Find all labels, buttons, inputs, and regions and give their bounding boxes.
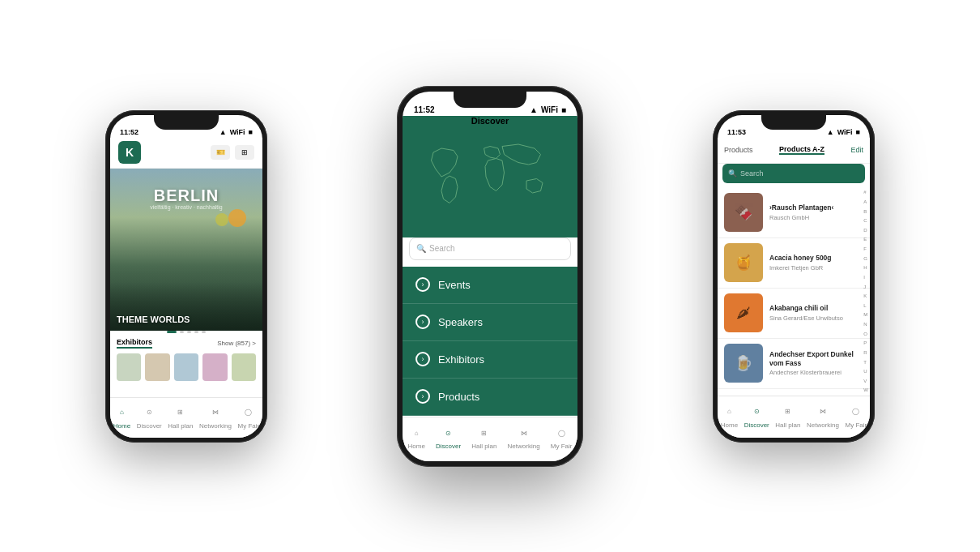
product-item-2[interactable]: 🍯 Acacia honey 500g Imkerei Tietjen GbR [718,238,870,289]
phone-middle: 11:52 ▲ WiFi ■ Discover [397,86,583,467]
product-item-3[interactable]: 🌶 Akabanga chili oil Sina Gerard/Ese Urw… [718,289,870,339]
product-item-4[interactable]: 🍺 Andechser Export Dunkel vom Fass Andec… [718,339,870,389]
hallplan-icon-left: ⊞ [173,404,189,421]
discover-icon-middle: ⊙ [441,425,457,441]
search-bar-middle[interactable]: 🔍 Search [409,237,571,260]
discover-hero [403,116,577,237]
chevron-events: › [415,277,430,292]
section-title: Exhibitors [117,338,152,349]
bottom-nav-left: ⌂ Home ⊙ Discover ⊞ Hall plan ⋈ Networki… [110,397,262,438]
section-link[interactable]: Show (857) > [217,340,256,347]
nav-home-middle[interactable]: ⌂ Home [408,425,425,450]
product-info-3: Akabanga chili oil Sina Gerard/Ese Urwib… [769,304,863,321]
nav-hallplan-right[interactable]: ⊞ Hall plan [775,404,800,429]
product-thumb-2: 🍯 [724,243,763,282]
app-header-left: K 🎫 ⊞ [110,138,262,169]
nav-networking-left[interactable]: ⋈ Networking [199,404,232,430]
exhibitor-thumbs [117,353,256,381]
section-header: Exhibitors Show (857) > [117,338,256,349]
exhibitor-thumb-1 [117,353,141,381]
nav-myfair-label-right: My Fair [846,421,867,429]
exhibitor-thumb-2 [145,353,169,381]
nav-discover-label-left: Discover [137,422,162,430]
bottom-nav-middle: ⌂ Home ⊙ Discover ⊞ Hall plan ⋈ Networki… [403,417,577,461]
nav-networking-middle[interactable]: ⋈ Networking [508,425,540,450]
product-info-1: ›Rausch Plantagen‹ Rausch GmbH [769,203,863,220]
time-left: 11:52 [120,128,138,136]
menu-item-events[interactable]: › Events [403,267,577,304]
chevron-exhibitors: › [415,352,430,366]
status-icons-middle: ▲ WiFi ■ [530,105,566,114]
time-middle: 11:52 [414,105,435,114]
tab-products-az[interactable]: Products A-Z [779,145,824,155]
ticket-icon[interactable]: 🎫 [211,145,230,160]
nav-myfair-right[interactable]: ◯ My Fair [846,404,867,429]
nav-discover-left[interactable]: ⊙ Discover [137,404,162,430]
dot-4 [194,331,198,333]
exhibitor-thumb-4 [202,353,227,381]
nav-discover-label-right: Discover [744,421,769,429]
menu-item-speakers[interactable]: › Speakers [403,304,577,341]
phone-right-screen: 11:53 ▲ WiFi ■ Products Products A-Z Edi… [718,115,870,438]
nav-home-right[interactable]: ⌂ Home [721,404,738,429]
search-bar-right[interactable]: 🔍 Search [722,164,865,183]
product-info-2: Acacia honey 500g Imkerei Tietjen GbR [769,254,863,271]
tab-products[interactable]: Products [724,146,753,154]
networking-icon-middle: ⋈ [516,425,532,441]
menu-label-exhibitors: Exhibitors [438,353,484,366]
nav-hallplan-label-left: Hall plan [168,422,193,430]
nav-myfair-left[interactable]: ◯ My Fair [238,404,260,430]
nav-networking-label-right: Networking [807,421,839,429]
home-icon-left: ⌂ [113,404,130,421]
phone-middle-screen: 11:52 ▲ WiFi ■ Discover [403,92,577,461]
menu-label-products: Products [438,391,479,403]
discover-icon-left: ⊙ [141,404,157,421]
qr-icon[interactable]: ⊞ [235,145,254,160]
networking-icon-left: ⋈ [207,404,224,421]
notch-left [154,115,219,130]
menu-label-speakers: Speakers [438,316,483,328]
home-icon-right: ⌂ [721,404,737,420]
dot-1 [167,331,177,333]
nav-networking-label-left: Networking [199,422,232,430]
app-logo-left: K [118,141,141,164]
discover-title: Discover [403,116,577,126]
nav-myfair-label-middle: My Fair [551,443,573,450]
phone-left-screen: 11:52 ▲ WiFi ■ K 🎫 ⊞ BERLIN vielfältig ·… [110,115,262,438]
decoration-pumpkin [228,209,246,227]
nav-discover-right[interactable]: ⊙ Discover [744,404,769,429]
status-icons-right: ▲ WiFi ■ [827,128,860,136]
menu-item-exhibitors[interactable]: › Exhibitors [403,341,577,379]
search-placeholder-middle: Search [429,244,455,253]
nav-hallplan-left[interactable]: ⊞ Hall plan [168,404,193,430]
nav-home-left[interactable]: ⌂ Home [113,404,130,430]
nav-networking-label-middle: Networking [508,443,540,450]
dot-2 [180,331,184,333]
nav-discover-middle[interactable]: ⊙ Discover [436,425,461,450]
notch-right [761,115,826,130]
nav-myfair-middle[interactable]: ◯ My Fair [551,425,573,450]
product-brand-1: Rausch GmbH [769,214,863,221]
hero-banner-text: THEME WORLDS [117,315,190,324]
nav-hallplan-middle[interactable]: ⊞ Hall plan [471,425,496,450]
myfair-icon-middle: ◯ [553,425,569,441]
product-item-1[interactable]: 🍫 ›Rausch Plantagen‹ Rausch GmbH [718,188,870,238]
nav-hallplan-label-right: Hall plan [775,421,800,429]
chevron-products: › [415,389,430,404]
nav-discover-label-middle: Discover [436,443,461,450]
menu-item-products[interactable]: › Products [403,379,577,416]
edit-button[interactable]: Edit [850,146,863,154]
nav-networking-right[interactable]: ⋈ Networking [807,404,839,429]
time-right: 11:53 [727,128,746,136]
product-brand-4: Andechser Klosterbrauerei [769,369,863,376]
products-tab-header: Products Products A-Z Edit [718,138,870,164]
nav-hallplan-label-middle: Hall plan [471,443,496,450]
product-thumb-1: 🍫 [724,193,763,232]
berlin-scene: BERLIN vielfältig · kreativ · nachhaltig… [110,169,262,331]
product-thumb-3: 🌶 [724,293,763,332]
chevron-speakers: › [415,315,430,329]
alpha-index: # A B C D E F G H I J K L M N O P R T U … [863,188,868,396]
phone-right: 11:53 ▲ WiFi ■ Products Products A-Z Edi… [713,110,875,443]
decoration-veggie [215,213,228,226]
myfair-icon-right: ◯ [848,404,864,420]
